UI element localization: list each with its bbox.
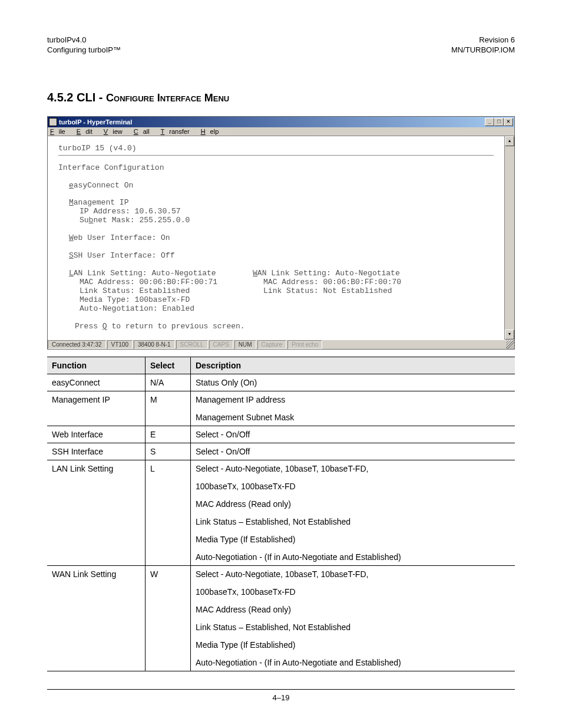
close-button[interactable]: × <box>504 118 513 126</box>
desc-line: Management Subnet Mask <box>196 413 510 422</box>
table-row: Web InterfaceESelect - On/Off <box>47 426 515 443</box>
table-row: LAN Link SettingLSelect - Auto-Negotiate… <box>47 460 515 565</box>
minimize-button[interactable]: _ <box>485 118 494 126</box>
term-line: Auto-Negotiation: Enabled <box>69 305 217 314</box>
status-capture: Capture <box>257 340 287 349</box>
header-left-1: turboIPv4.0 <box>47 35 121 45</box>
term-line: Media Type: 100baseTx-FD <box>69 296 217 305</box>
term-line: Link Status: Not Established <box>253 287 401 296</box>
desc-line: Select - On/Off <box>196 430 510 439</box>
term-line: Management IP <box>69 199 494 207</box>
table-row: WAN Link SettingWSelect - Auto-Negotiate… <box>47 565 515 671</box>
desc-line: Auto-Negotiation - (If in Auto-Negotiate… <box>196 552 510 562</box>
app-icon <box>49 118 57 126</box>
cell-function: LAN Link Setting <box>47 460 146 565</box>
cell-select: E <box>146 426 191 443</box>
terminal-body[interactable]: turboIP 15 (v4.0) Interface Configuratio… <box>48 136 504 340</box>
term-line: easyConnect On <box>69 182 494 190</box>
th-description: Description <box>191 357 515 374</box>
window-titlebar[interactable]: turboIP - HyperTerminal _ □ × <box>48 117 514 127</box>
section-number: 4.5.2 <box>47 91 73 104</box>
desc-line: MAC Address (Read only) <box>196 605 510 614</box>
cell-description: Status Only (On) <box>191 374 515 391</box>
scrollbar[interactable]: ▴ ▾ <box>504 136 514 340</box>
section-cli: CLI <box>77 91 95 104</box>
status-num: NUM <box>234 340 256 349</box>
cell-function: SSH Interface <box>47 443 146 460</box>
scroll-up-icon[interactable]: ▴ <box>505 136 514 146</box>
status-caps: CAPS <box>209 340 233 349</box>
menu-call[interactable]: Call <box>134 128 154 135</box>
scroll-down-icon[interactable]: ▾ <box>505 330 514 340</box>
desc-line: Auto-Negotiation - (If in Auto-Negotiate… <box>196 658 510 667</box>
desc-line: MAC Address (Read only) <box>196 499 510 509</box>
header-right-2: MN/TURBOIP.IOM <box>451 45 515 55</box>
status-connected: Connected 3:47:32 <box>48 340 106 349</box>
desc-line: Media Type (If Established) <box>196 640 510 650</box>
desc-line: Media Type (If Established) <box>196 535 510 544</box>
hyperterminal-window: turboIP - HyperTerminal _ □ × File Edit … <box>47 116 515 350</box>
desc-line: Link Status – Established, Not Establish… <box>196 517 510 526</box>
page-number: 4–19 <box>47 693 515 702</box>
term-line: turboIP 15 (v4.0) <box>58 144 494 153</box>
definition-table: Function Select Description easyConnectN… <box>47 357 515 671</box>
desc-line: Select - Auto-Negotiate, 10baseT, 10base… <box>196 464 510 473</box>
term-line: Link Status: Established <box>69 287 217 296</box>
menu-transfer[interactable]: Transfer <box>161 128 194 135</box>
header-left-2: Configuring turboIP™ <box>47 45 121 55</box>
cell-description: Select - Auto-Negotiate, 10baseT, 10base… <box>191 565 515 671</box>
cell-function: easyConnect <box>47 374 146 391</box>
cell-description: Management IP addressManagement Subnet M… <box>191 391 515 426</box>
term-line: MAC Address: 00:06:B0:FF:00:71 <box>69 278 217 287</box>
th-select: Select <box>146 357 191 374</box>
status-echo: Print echo <box>287 340 322 349</box>
term-line: LAN Link Setting: Auto-Negotiate <box>69 269 217 278</box>
header-right-1: Revision 6 <box>451 35 515 45</box>
cell-select: M <box>146 391 191 426</box>
th-function: Function <box>47 357 146 374</box>
section-heading: 4.5.2 CLI - Configure Interface Menu <box>47 91 515 104</box>
page-header: turboIPv4.0 Configuring turboIP™ Revisio… <box>47 35 515 55</box>
table-row: SSH InterfaceSSelect - On/Off <box>47 443 515 460</box>
term-line: SSH User Interface: Off <box>69 252 494 261</box>
term-line: Press Q to return to previous screen. <box>69 322 494 331</box>
term-line: MAC Address: 00:06:B0:FF:00:70 <box>253 278 401 287</box>
term-line: IP Address: 10.6.30.57 <box>69 207 494 216</box>
menu-edit[interactable]: Edit <box>77 128 97 135</box>
cell-select: S <box>146 443 191 460</box>
desc-line: Status Only (On) <box>196 378 510 387</box>
desc-line: Select - On/Off <box>196 447 510 456</box>
maximize-button[interactable]: □ <box>494 118 504 126</box>
cell-description: Select - Auto-Negotiate, 10baseT, 10base… <box>191 460 515 565</box>
desc-line: 100baseTx, 100baseTx-FD <box>196 587 510 597</box>
cell-description: Select - On/Off <box>191 443 515 460</box>
cell-function: Management IP <box>47 391 146 426</box>
cell-select: W <box>146 565 191 671</box>
cell-function: WAN Link Setting <box>47 565 146 671</box>
menu-file[interactable]: File <box>50 128 70 135</box>
status-term: VT100 <box>107 340 133 349</box>
table-row: easyConnectN/AStatus Only (On) <box>47 374 515 391</box>
term-line: Subnet Mask: 255.255.0.0 <box>69 216 494 225</box>
desc-line: 100baseTx, 100baseTx-FD <box>196 482 510 491</box>
cell-description: Select - On/Off <box>191 426 515 443</box>
desc-line: Management IP address <box>196 395 510 404</box>
status-baud: 38400 8-N-1 <box>134 340 175 349</box>
cell-function: Web Interface <box>47 426 146 443</box>
term-line: Web User Interface: On <box>69 234 494 243</box>
section-rest: Configure Interface Menu <box>106 92 229 104</box>
window-title: turboIP - HyperTerminal <box>59 118 132 126</box>
status-bar: Connected 3:47:32 VT100 38400 8-N-1 SCRO… <box>48 340 514 349</box>
term-rule <box>58 155 494 156</box>
menu-help[interactable]: Help <box>201 128 224 135</box>
term-line: Interface Configuration <box>58 164 494 173</box>
term-line: WAN Link Setting: Auto-Negotiate <box>253 269 401 278</box>
desc-line: Select - Auto-Negotiate, 10baseT, 10base… <box>196 569 510 579</box>
resize-grip-icon[interactable] <box>506 340 514 349</box>
menu-bar: File Edit View Call Transfer Help <box>48 127 514 136</box>
desc-line: Link Status – Established, Not Establish… <box>196 622 510 632</box>
menu-view[interactable]: View <box>104 128 127 135</box>
cell-select: N/A <box>146 374 191 391</box>
page-rule <box>47 689 515 690</box>
cell-select: L <box>146 460 191 565</box>
